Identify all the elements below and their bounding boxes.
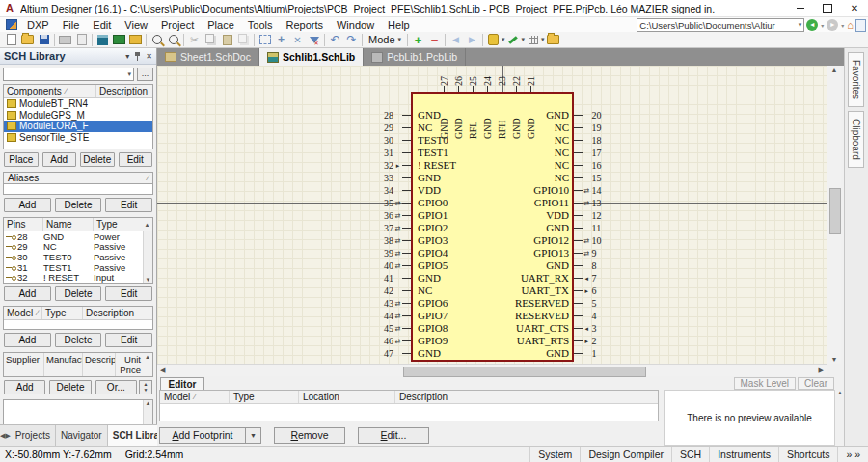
model-column-header[interactable]: Model∕	[160, 391, 230, 403]
aliases-list[interactable]	[3, 184, 153, 195]
edit-button[interactable]: Edit...	[358, 427, 429, 444]
model-action-button[interactable]: Delete	[55, 333, 102, 347]
save-icon[interactable]	[36, 33, 52, 47]
pin-panel-icon[interactable]	[134, 52, 141, 61]
supplier-delete-button[interactable]: Delete	[49, 380, 91, 394]
pin[interactable]: 21 GND	[525, 68, 537, 139]
canvas-horizontal-scrollbar[interactable]: ◀ ▶	[157, 364, 827, 376]
pin[interactable]: 42	[372, 285, 411, 297]
document-icon[interactable]	[855, 19, 866, 32]
alias-action-button[interactable]: Add	[4, 198, 51, 212]
status-menu-button[interactable]: System	[529, 447, 580, 462]
component-tools-icon[interactable]	[485, 33, 502, 47]
pin[interactable]: 44 ⇄	[372, 310, 411, 322]
menu-item[interactable]: Window	[330, 19, 381, 31]
alias-action-button[interactable]: Edit	[105, 198, 152, 212]
component-row[interactable]: SensorTile_STE	[4, 132, 152, 144]
pin-table-row[interactable]: 28 GND Power	[4, 231, 143, 242]
component-action-button[interactable]: Place	[4, 152, 39, 167]
pin[interactable]: 12	[574, 209, 612, 222]
type-column-header[interactable]: Type	[42, 307, 83, 319]
pin-action-button[interactable]: Add	[4, 286, 51, 301]
deselect-icon[interactable]: ✕	[289, 33, 306, 47]
name-column-header[interactable]: Name	[43, 218, 94, 231]
pin[interactable]: 38 ⇄	[372, 234, 411, 247]
tab-sheet1-schdoc[interactable]: Sheet1.SchDoc	[157, 48, 259, 66]
menu-item[interactable]: File	[56, 19, 87, 31]
remove-mode-icon[interactable]: −	[426, 33, 443, 47]
pin[interactable]: 39 ⇄	[372, 247, 411, 259]
status-menu-button[interactable]: Shortcuts	[778, 447, 837, 462]
pin[interactable]: 11	[574, 222, 612, 234]
previous-mode-icon[interactable]: ◀	[448, 33, 464, 47]
remove-button[interactable]: Remove	[274, 427, 345, 444]
pin[interactable]: 43 ⇄	[372, 297, 411, 310]
add-footprint-dropdown-icon[interactable]: ▼	[246, 427, 261, 444]
pin[interactable]: 15	[574, 172, 612, 184]
pin[interactable]: ⇄ 9	[574, 247, 612, 259]
pin[interactable]: 20	[574, 109, 612, 122]
add-footprint-button[interactable]: Add Footprint	[159, 427, 246, 444]
tab-pcblib1-pcblib[interactable]: PcbLib1.PcbLib	[364, 48, 466, 66]
back-button[interactable]: ◂	[806, 19, 818, 31]
pin-table-row[interactable]: 30 TEST0 Passive	[4, 252, 143, 262]
menu-item[interactable]: Tools	[241, 19, 280, 31]
scrollbar-thumb[interactable]	[829, 188, 841, 234]
pin[interactable]: 35 ⇄	[372, 197, 411, 209]
address-combobox[interactable]: C:\Users\Public\Documents\Altiur ▾	[637, 18, 804, 32]
tab-editor[interactable]: Editor	[160, 377, 204, 390]
tab-sch-library[interactable]: SCH Library	[108, 425, 157, 446]
copy-icon[interactable]	[203, 33, 219, 47]
chevron-down-icon[interactable]: ▾	[127, 70, 133, 78]
close-button[interactable]: ✕	[841, 0, 868, 16]
scroll-up-icon[interactable]: ▲	[142, 218, 152, 231]
status-menu-button[interactable]: SCH	[671, 447, 709, 462]
redo-icon[interactable]: ↷	[343, 33, 360, 47]
pin[interactable]: 17	[574, 147, 612, 159]
pin[interactable]: 27 GND	[438, 68, 450, 139]
browse-button[interactable]: ...	[137, 68, 153, 81]
pin[interactable]: 29	[372, 122, 411, 134]
clear-button[interactable]: Clear	[798, 377, 834, 390]
pin[interactable]: 1	[574, 347, 612, 360]
pin[interactable]: 22 GND	[510, 68, 523, 139]
minimize-button[interactable]	[787, 0, 814, 16]
status-menu-button[interactable]: » »	[837, 447, 868, 462]
model-action-button[interactable]: Edit	[105, 333, 152, 347]
supplier-add-button[interactable]: Add	[4, 380, 45, 394]
forward-button[interactable]: ▸	[827, 19, 838, 31]
menu-item[interactable]: View	[118, 19, 154, 31]
pin[interactable]: 19	[574, 122, 612, 134]
print-icon[interactable]	[57, 33, 73, 47]
canvas-vertical-scrollbar[interactable]: ▲ ▼	[827, 66, 841, 364]
pin[interactable]: 37 ⇄	[372, 222, 411, 234]
select-area-icon[interactable]	[257, 33, 273, 47]
type-column-header[interactable]: Type	[94, 218, 142, 231]
pin[interactable]: 47	[372, 347, 411, 360]
clear-filter-icon[interactable]	[306, 33, 322, 47]
board-view-icon[interactable]	[95, 33, 111, 47]
pin[interactable]: 34	[372, 184, 411, 197]
pin[interactable]: ▸ 2	[574, 335, 612, 347]
pin[interactable]: 46 ⇄	[372, 335, 411, 347]
scroll-up-icon[interactable]: ▲	[827, 67, 841, 73]
pin-table-row[interactable]: 31 TEST1 Passive	[4, 262, 143, 273]
pin[interactable]: 18	[574, 134, 612, 147]
pin-table-row[interactable]: 32 ! RESET Input	[4, 272, 143, 283]
open-icon[interactable]	[19, 33, 36, 47]
scroll-down-icon[interactable]: ▼	[827, 356, 841, 363]
pin[interactable]: ▸ 6	[574, 285, 612, 297]
pins-scrollbar[interactable]: ▼	[143, 231, 152, 283]
scroll-right-icon[interactable]: ▶	[816, 365, 827, 376]
status-menu-button[interactable]: Instruments	[709, 447, 778, 462]
pin[interactable]: 32 ▸	[372, 159, 411, 172]
chevron-down-icon[interactable]: ▾	[799, 21, 802, 29]
pin[interactable]: 4	[574, 310, 612, 322]
pin[interactable]: ⇄ 10	[574, 234, 612, 247]
schematic-canvas[interactable]: 28 29 30 31 32	[157, 66, 827, 364]
tab-favorites[interactable]: Favorites	[848, 52, 864, 107]
panel-menu-icon[interactable]: ▾	[125, 52, 129, 61]
pin[interactable]: 5	[574, 297, 612, 310]
mode-dropdown[interactable]: Mode▾	[365, 34, 405, 45]
menu-item[interactable]: Edit	[86, 19, 118, 31]
